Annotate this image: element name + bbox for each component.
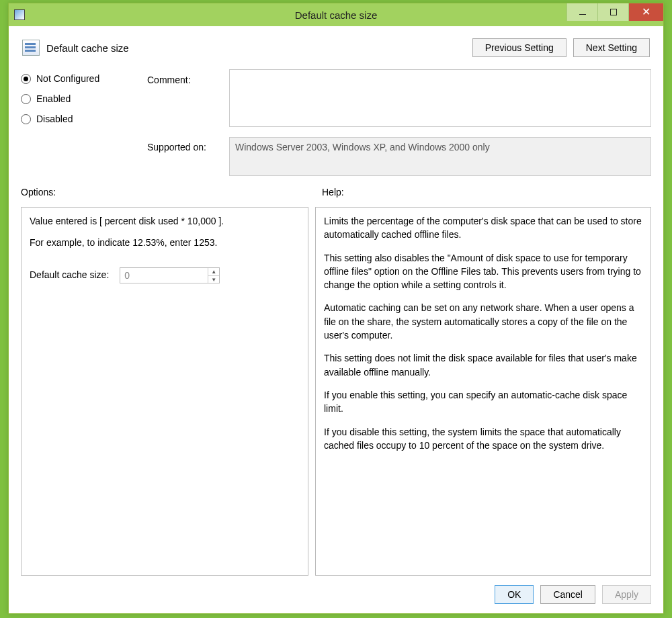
help-paragraph: Limits the percentage of the computer's … <box>324 214 642 242</box>
radio-label: Not Configured <box>36 73 99 84</box>
previous-setting-button[interactable]: Previous Setting <box>472 38 566 57</box>
app-icon <box>14 9 25 20</box>
radio-icon <box>21 94 31 104</box>
close-icon: ✕ <box>642 7 650 17</box>
help-paragraph: If you disable this setting, the system … <box>324 425 642 453</box>
spinner-up-icon[interactable]: ▲ <box>208 268 219 277</box>
minimize-button[interactable] <box>566 3 597 21</box>
state-radios: Not Configured Enabled Disabled <box>21 69 140 176</box>
radio-not-configured[interactable]: Not Configured <box>21 73 140 84</box>
dialog-window: Default cache size ✕ Default cache size … <box>8 3 664 614</box>
ok-button[interactable]: OK <box>495 585 534 604</box>
cache-size-input[interactable] <box>120 268 208 283</box>
radio-icon <box>21 74 31 84</box>
cache-size-spinner[interactable]: ▲ ▼ <box>120 267 220 283</box>
title-bar[interactable]: Default cache size ✕ <box>9 3 663 26</box>
supported-on-box[interactable]: Windows Server 2003, Windows XP, and Win… <box>229 137 651 176</box>
supported-on-text: Windows Server 2003, Windows XP, and Win… <box>235 142 490 152</box>
window-title: Default cache size <box>9 9 663 21</box>
options-pane: Value entered is [ percent disk used * 1… <box>21 207 308 576</box>
help-pane[interactable]: Limits the percentage of the computer's … <box>315 207 651 576</box>
header-row: Default cache size Previous Setting Next… <box>21 34 651 64</box>
dialog-footer: OK Cancel Apply <box>21 576 651 604</box>
help-section-label: Help: <box>322 187 344 197</box>
next-setting-button[interactable]: Next Setting <box>573 38 650 57</box>
options-section-label: Options: <box>21 187 315 197</box>
spinner-down-icon[interactable]: ▼ <box>208 276 219 284</box>
policy-icon <box>22 40 40 56</box>
client-area: Default cache size Previous Setting Next… <box>9 26 663 613</box>
help-paragraph: If you enable this setting, you can spec… <box>324 388 642 416</box>
help-paragraph: This setting also disables the "Amount o… <box>324 251 642 292</box>
radio-enabled[interactable]: Enabled <box>21 93 140 104</box>
cancel-button[interactable]: Cancel <box>540 585 595 604</box>
comment-textarea[interactable] <box>229 69 651 127</box>
radio-icon <box>21 114 31 124</box>
apply-button[interactable]: Apply <box>602 585 651 604</box>
radio-label: Enabled <box>36 93 71 104</box>
comment-label: Comment: <box>147 75 222 95</box>
radio-disabled[interactable]: Disabled <box>21 114 140 124</box>
options-text-line2: For example, to indicate 12.53%, enter 1… <box>30 236 300 249</box>
options-text-line1: Value entered is [ percent disk used * 1… <box>30 214 300 228</box>
supported-on-label: Supported on: <box>147 142 222 152</box>
policy-title: Default cache size <box>46 42 129 54</box>
radio-label: Disabled <box>36 114 73 124</box>
close-button[interactable]: ✕ <box>628 3 663 21</box>
spinner-label: Default cache size: <box>30 268 109 281</box>
help-paragraph: This setting does not limit the disk spa… <box>324 351 642 379</box>
help-paragraph: Automatic caching can be set on any netw… <box>324 301 642 342</box>
maximize-button[interactable] <box>597 3 628 21</box>
window-buttons: ✕ <box>566 3 663 21</box>
